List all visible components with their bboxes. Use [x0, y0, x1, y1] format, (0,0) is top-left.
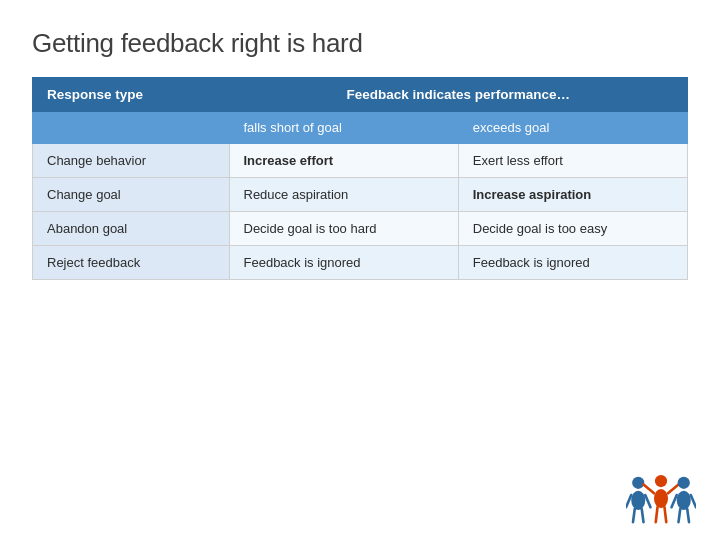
- main-table: Response type Feedback indicates perform…: [32, 77, 688, 280]
- row-col1: Change goal: [33, 178, 230, 212]
- svg-point-7: [654, 489, 668, 508]
- svg-point-1: [631, 491, 645, 510]
- svg-point-0: [632, 477, 644, 489]
- svg-line-3: [645, 495, 650, 507]
- row-col2: Feedback is ignored: [229, 246, 458, 280]
- row-col3: Feedback is ignored: [458, 246, 687, 280]
- row-col2: Decide goal is too hard: [229, 212, 458, 246]
- svg-point-6: [655, 475, 667, 487]
- subheader-col3: exceeds goal: [458, 112, 687, 144]
- svg-line-8: [644, 485, 655, 494]
- page-container: Getting feedback right is hard Response …: [0, 0, 720, 540]
- svg-line-11: [665, 507, 667, 522]
- people-svg: [626, 471, 696, 526]
- header-col2: Feedback indicates performance…: [229, 78, 688, 112]
- row-col1: Reject feedback: [33, 246, 230, 280]
- page-title: Getting feedback right is hard: [32, 28, 688, 59]
- table-row: Change behaviorIncrease effortExert less…: [33, 144, 688, 178]
- svg-point-13: [677, 491, 691, 510]
- subheader-col2: falls short of goal: [229, 112, 458, 144]
- svg-line-15: [691, 495, 696, 507]
- table-row: Reject feedbackFeedback is ignoredFeedba…: [33, 246, 688, 280]
- table-subheader-row: falls short of goal exceeds goal: [33, 112, 688, 144]
- row-col3: Increase aspiration: [458, 178, 687, 212]
- svg-line-9: [668, 485, 679, 494]
- svg-line-16: [679, 509, 681, 522]
- row-col3: Decide goal is too easy: [458, 212, 687, 246]
- svg-line-5: [642, 509, 644, 522]
- svg-line-10: [656, 507, 658, 522]
- table-header-row: Response type Feedback indicates perform…: [33, 78, 688, 112]
- svg-line-14: [672, 495, 677, 507]
- subheader-col1: [33, 112, 230, 144]
- svg-line-2: [626, 495, 631, 507]
- row-col3: Exert less effort: [458, 144, 687, 178]
- table-row: Abandon goalDecide goal is too hardDecid…: [33, 212, 688, 246]
- table-row: Change goalReduce aspirationIncrease asp…: [33, 178, 688, 212]
- row-col1: Abandon goal: [33, 212, 230, 246]
- svg-point-12: [678, 477, 690, 489]
- row-col1: Change behavior: [33, 144, 230, 178]
- people-icon: [626, 471, 696, 526]
- header-col1: Response type: [33, 78, 230, 112]
- svg-line-4: [633, 509, 635, 522]
- svg-line-17: [687, 509, 689, 522]
- row-col2: Reduce aspiration: [229, 178, 458, 212]
- row-col2: Increase effort: [229, 144, 458, 178]
